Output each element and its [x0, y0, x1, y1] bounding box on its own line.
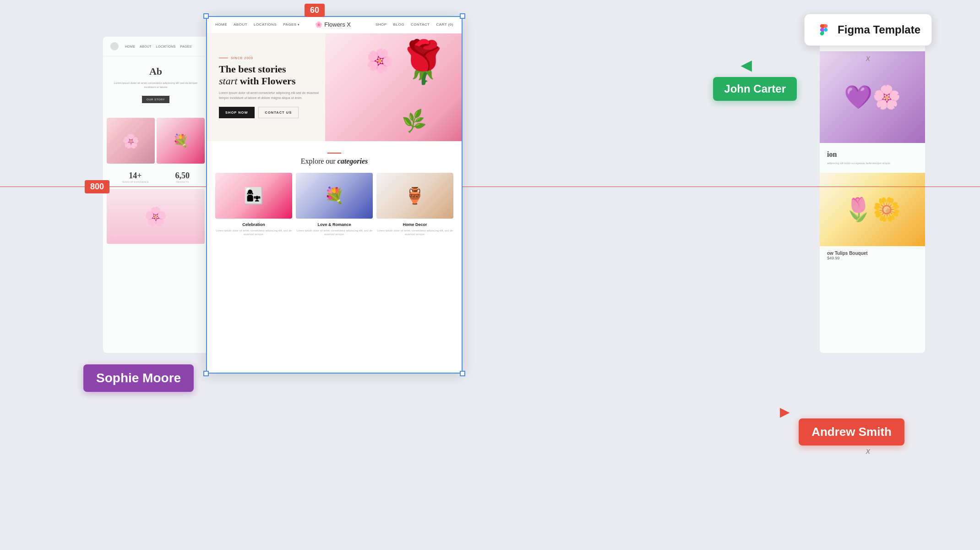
- sophie-moore-badge: Sophie Moore: [83, 364, 194, 392]
- andrew-smith-badge: Andrew Smith: [799, 418, 904, 446]
- left-card-stat-label-2: PRODUCTS: [175, 181, 190, 183]
- figma-template-text: Figma Template: [838, 23, 920, 36]
- main-card-hero: Since 2009 The best stories start with F…: [206, 33, 463, 141]
- main-nav-about: ABOUT: [234, 22, 247, 27]
- selection-handle-bl[interactable]: [203, 371, 209, 376]
- hero-description: Lorem ipsum dolor sit amet consectetur a…: [219, 91, 321, 100]
- right-card-hero-img: 💜🌸: [820, 51, 925, 143]
- main-nav-logo: 🌸 Flowers X: [315, 21, 351, 28]
- categories-title-italic: categories: [338, 157, 368, 165]
- category-item-homedecor: 🏺 Home Decor Lorem ipsum dolor sit amet,…: [376, 173, 453, 236]
- right-card-product-price: $49.99: [827, 256, 918, 260]
- leaf-decoration-icon: 🌿: [401, 108, 428, 134]
- x-mark-bottom: x: [866, 446, 870, 456]
- left-card-logo-circle: [110, 42, 119, 50]
- x-mark-top: x: [866, 54, 870, 63]
- left-nav-locations: LOCATIONS: [156, 45, 176, 48]
- main-nav-home: HOME: [215, 22, 227, 27]
- left-card-stats: 14+ YEARS OF EXPERIENCE 6,50 PRODUCTS: [103, 164, 208, 187]
- left-card-stat-years: 14+ YEARS OF EXPERIENCE: [122, 171, 149, 183]
- nav-logo-text: Flowers X: [324, 21, 351, 28]
- hero-tagline: Since 2009: [219, 56, 321, 60]
- hero-content: Since 2009 The best stories start with F…: [206, 47, 334, 128]
- main-card: HOME ABOUT LOCATIONS PAGES ▾ 🌸 Flowers X…: [206, 16, 463, 374]
- left-card-about: Ab Lorem ipsum dolor sit amet consectetu…: [103, 56, 208, 112]
- measure-label-top: 60: [305, 4, 325, 17]
- right-card-section-text: ion adipiscing elit tortor eu-egestas be…: [820, 143, 925, 173]
- figma-logo-icon: [816, 22, 832, 38]
- category-img-celebration: 👩‍👧: [215, 173, 292, 219]
- left-card-stat-num-1: 14+: [122, 171, 149, 181]
- left-nav-about: ABOUT: [140, 45, 152, 48]
- rose-small-icon: 🌸: [362, 43, 397, 78]
- category-desc-romance: Lorem ipsum dolor sit amet, consectetur …: [296, 229, 373, 236]
- left-card-img-1: [107, 118, 155, 164]
- right-card-tulip-img: 🌷🌼: [820, 173, 925, 246]
- left-card-stat-num-2: 6,50: [175, 171, 190, 181]
- category-name-romance: Love & Romance: [296, 222, 373, 227]
- main-nav-blog: BLOG: [393, 22, 404, 27]
- category-item-celebration: 👩‍👧 Celebration Lorem ipsum dolor sit am…: [215, 173, 292, 236]
- left-card-about-text: Lorem ipsum dolor sit amet consectetur a…: [110, 81, 201, 89]
- category-img-romance: 💐: [296, 173, 373, 219]
- hero-image: 🌹 🌸 🌿: [325, 33, 463, 141]
- right-card-product-info: ow Tulips Bouquet $49.99: [820, 246, 925, 265]
- left-card-about-title: Ab: [110, 66, 201, 77]
- hero-buttons: SHOP NOW CONTACT US: [219, 107, 321, 118]
- left-card-bottom-img: 🌸: [107, 189, 205, 244]
- flower-logo-icon: 🌸: [315, 21, 322, 28]
- category-item-romance: 💐 Love & Romance Lorem ipsum dolor sit a…: [296, 173, 373, 236]
- guide-label: 800: [85, 180, 109, 193]
- left-card-stat-products: 6,50 PRODUCTS: [175, 171, 190, 183]
- category-img-homedecor: 🏺: [376, 173, 453, 219]
- main-nav-shop: SHOP: [376, 22, 387, 27]
- underline-decoration: [327, 153, 341, 154]
- figma-template-badge: Figma Template: [804, 14, 932, 46]
- main-nav-locations: LOCATIONS: [254, 22, 277, 27]
- category-desc-celebration: Lorem ipsum dolor sit amet, consectetur …: [215, 229, 292, 236]
- horizontal-guide-line: [0, 187, 980, 187]
- category-name-celebration: Celebration: [215, 222, 292, 227]
- selection-handle-br[interactable]: [460, 371, 465, 376]
- hero-title: The best stories start with Flowers: [219, 63, 321, 88]
- right-card-product-name: ow Tulips Bouquet: [827, 251, 918, 256]
- left-card-stat-label-1: YEARS OF EXPERIENCE: [122, 181, 149, 183]
- category-desc-homedecor: Lorem ipsum dolor sit amet, consectetur …: [376, 229, 453, 236]
- green-arrow-icon: ▶: [740, 59, 752, 76]
- categories-header: Explore our categories: [215, 153, 453, 165]
- right-card-section-desc: adipiscing elit tortor eu-egestas bellen…: [827, 161, 918, 165]
- rose-large-icon: 🌹: [397, 38, 449, 86]
- orange-arrow-icon: ▶: [780, 404, 790, 419]
- right-background-card: SHOP BLOG ACT CART (0) 💜🌸 ion adipiscing…: [820, 37, 925, 353]
- main-nav-cart: CART (0): [436, 22, 453, 27]
- left-card-our-story-btn: OUR STORY: [142, 96, 169, 103]
- main-nav-pages: PAGES ▾: [283, 22, 299, 27]
- shop-now-button[interactable]: SHOP NOW: [219, 107, 255, 118]
- left-nav-pages: PAGES: [180, 45, 191, 48]
- left-card-images-row: [103, 118, 208, 164]
- hero-title-line1: The best stories: [219, 63, 286, 75]
- left-nav-home: HOME: [125, 45, 135, 48]
- chevron-down-icon: ▾: [298, 23, 300, 27]
- john-carter-badge: John Carter: [713, 77, 797, 101]
- category-name-homedecor: Home Decor: [376, 222, 453, 227]
- right-card-section-title: ion: [827, 150, 918, 159]
- main-nav-contact: CONTACT: [411, 22, 430, 27]
- hero-title-line2: with Flowers: [240, 75, 296, 87]
- contact-us-button[interactable]: CONTACT US: [258, 107, 299, 118]
- selection-handle-tr[interactable]: [460, 13, 465, 19]
- categories-title-normal: Explore our: [301, 157, 336, 165]
- categories-title: Explore our categories: [215, 157, 453, 165]
- hero-title-italic: start: [219, 75, 240, 87]
- categories-section: Explore our categories 👩‍👧 Celebration L…: [206, 141, 463, 248]
- main-nav-right: SHOP BLOG CONTACT CART (0): [376, 22, 453, 27]
- left-card-nav: HOME ABOUT LOCATIONS PAGES: [103, 37, 208, 56]
- selection-handle-tl[interactable]: [203, 13, 209, 19]
- left-card-img-2: [157, 118, 205, 164]
- categories-grid: 👩‍👧 Celebration Lorem ipsum dolor sit am…: [215, 173, 453, 236]
- left-background-card: HOME ABOUT LOCATIONS PAGES Ab Lorem ipsu…: [103, 37, 208, 353]
- main-card-nav: HOME ABOUT LOCATIONS PAGES ▾ 🌸 Flowers X…: [206, 16, 463, 33]
